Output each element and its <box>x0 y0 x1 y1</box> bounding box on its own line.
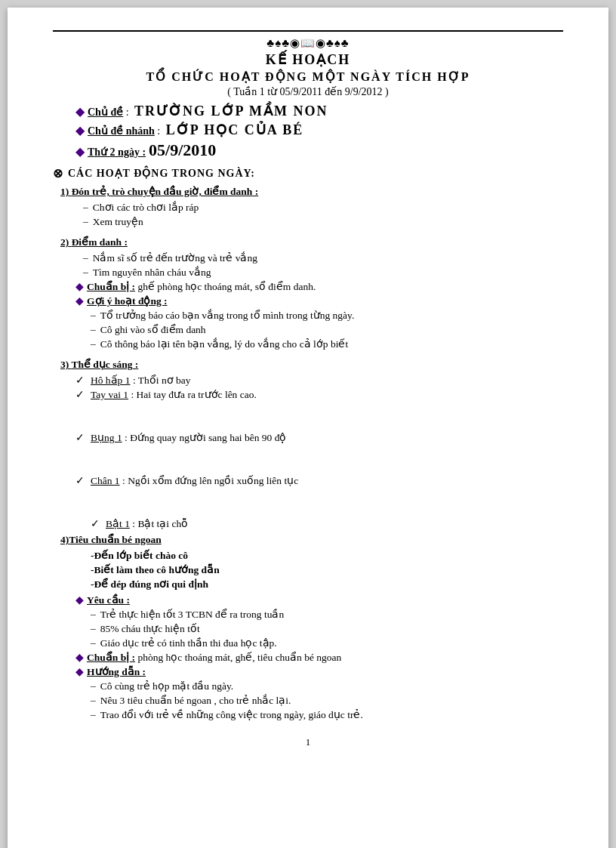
page: ♣♠♣◉📖◉♣♠♣ KẾ HOẠCH TỔ CHỨC HOẠT ĐỘNG MỘT… <box>8 8 608 848</box>
numbered-item-2: 2) Điểm danh : <box>53 236 563 248</box>
sub-dash-4-3: Giáo dục trẻ có tinh thần thi đua học tậ… <box>53 637 563 649</box>
numbered-item-1: 1) Đón trẻ, trò chuyện đầu giờ, điểm dan… <box>53 185 563 198</box>
dash-item-1-2: Xem truyện <box>53 215 563 228</box>
bullet-sym-4: ◆ <box>75 651 84 664</box>
bullet-item-huong-dan: ◆ Hướng dẫn : <box>53 665 563 678</box>
dash-item-4-2: -Biết làm theo cô hướng dẫn <box>53 563 563 576</box>
bullet-sym-2: ◆ <box>75 294 84 307</box>
bullet-item-yeu-cau: ◆ Yêu cầu : <box>53 594 563 606</box>
bullet-item-chuan-bi: ◆ Chuẩn bị : ghế phòng học thoáng mát, s… <box>53 280 563 293</box>
check-item-chan: ✓ Chân 1 : Ngồi xổm đứng lên ngồi xuống … <box>53 474 563 487</box>
thu-line: ◆ Thứ 2 ngày : 05/9/2010 <box>53 140 563 160</box>
bullet-icon-2: ◆ <box>75 123 85 137</box>
numbered-item-3: 3) Thể dục sáng : <box>53 358 563 371</box>
bullet-sym: ◆ <box>75 280 84 293</box>
check-item-bat: ✓ Bật 1 : Bật tại chỗ <box>53 517 563 530</box>
page-number: 1 <box>53 736 563 748</box>
dash-item-1-1: Chơi các trò chơi lắp ráp <box>53 201 563 214</box>
bullet-icon: ◆ <box>75 104 85 119</box>
bullet-sym-5: ◆ <box>75 665 84 678</box>
sub-dash-hd-3: Trao đổi với trẻ về những công việc tron… <box>53 708 563 721</box>
sub-dash-4-1: Trẻ thực hiện tốt 3 TCBN để ra trong tuầ… <box>53 608 563 621</box>
section-header: ⊗ CÁC HOẠT ĐỘNG TRONG NGÀY: <box>53 166 563 180</box>
date-range: ( Tuần 1 từ 05/9/2011 đến 9/9/2012 ) <box>53 85 563 98</box>
numbered-item-4: 4)Tiêu chuẩn bé ngoan <box>53 533 563 546</box>
dash-item-2-2: Tìm nguyên nhân cháu vắng <box>53 266 563 279</box>
check-icon-3: ✓ <box>75 431 85 444</box>
sub-dash-2-1: Tổ trưởng báo cáo bạn vắng trong tổ mình… <box>53 309 563 322</box>
dash-item-2-1: Nắm sĩ số trẻ đến trường và trẻ vắng <box>53 251 563 264</box>
subtitle: TỔ CHỨC HOẠT ĐỘNG MỘT NGÀY TÍCH HỢP <box>53 69 563 84</box>
sub-dash-2-3: Cô thông báo lại tên bạn vắng, lý do vắn… <box>53 338 563 350</box>
top-border <box>53 30 563 32</box>
check-icon-4: ✓ <box>75 474 85 487</box>
check-icon: ✓ <box>75 374 85 387</box>
check-item-tay-vai: ✓ Tay vai 1 : Hai tay đưa ra trước lên c… <box>53 388 563 401</box>
sub-dash-hd-2: Nêu 3 tiêu chuẩn bé ngoan , cho trẻ nhắc… <box>53 694 563 707</box>
sub-dash-2-2: Cô ghi vào sổ điểm danh <box>53 323 563 336</box>
circle-icon: ⊗ <box>53 166 63 180</box>
chu-de-nhanh-line: ◆ Chủ đề nhánh : LỚP HỌC CỦA BÉ <box>53 122 563 138</box>
sub-dash-hd-1: Cô cùng trẻ họp mặt đầu ngày. <box>53 680 563 692</box>
bullet-item-chuan-bi-2: ◆ Chuẩn bị : phòng học thoáng mát, ghế, … <box>53 651 563 664</box>
check-item-ho-hap: ✓ Hô hấp 1 : Thổi nơ bay <box>53 374 563 387</box>
check-icon-2: ✓ <box>75 388 85 401</box>
check-icon-5: ✓ <box>91 517 100 530</box>
decorative-header: ♣♠♣◉📖◉♣♠♣ <box>53 36 563 50</box>
sub-dash-4-2: 85% cháu thực hiện tốt <box>53 622 563 635</box>
bullet-item-goi-y: ◆ Gợi ý hoạt động : <box>53 294 563 307</box>
check-item-bung: ✓ Bụng 1 : Đứng quay người sang hai bên … <box>53 431 563 444</box>
main-title: KẾ HOẠCH <box>53 51 563 68</box>
bullet-icon-3: ◆ <box>75 144 85 159</box>
bullet-sym-3: ◆ <box>75 594 84 606</box>
chu-de-line: ◆ Chủ đề : TRƯỜNG LỚP MẦM NON <box>53 103 563 119</box>
dash-item-4-1: -Đến lớp biết chào cô <box>53 549 563 562</box>
dash-item-4-3: -Để dép đúng nơi qui định <box>53 578 563 591</box>
